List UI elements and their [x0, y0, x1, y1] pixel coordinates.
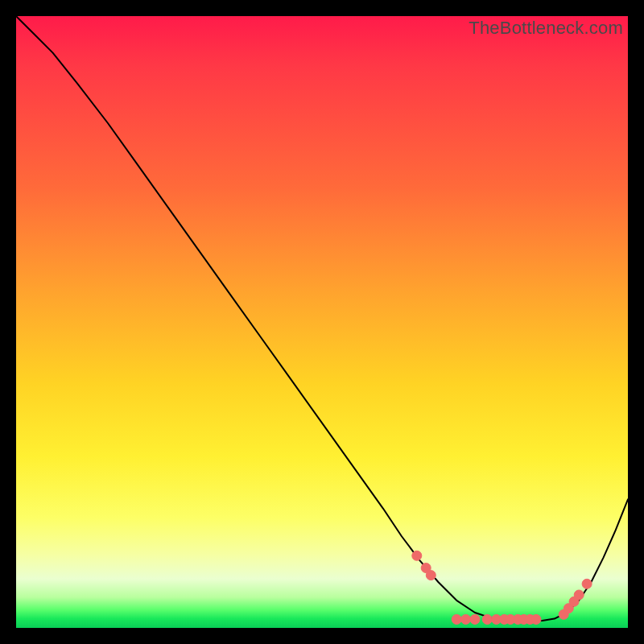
bottleneck-curve [16, 16, 628, 621]
curve-marker [426, 571, 436, 580]
curve-marker [470, 614, 480, 624]
curve-marker [531, 614, 541, 624]
watermark-text: TheBottleneck.com [469, 18, 623, 39]
curve-markers [412, 551, 592, 624]
curve-marker [412, 551, 422, 560]
curve-marker [461, 614, 471, 624]
curve-marker [582, 579, 592, 588]
chart-overlay [16, 16, 628, 628]
chart-frame: TheBottleneck.com [16, 16, 628, 628]
curve-marker [574, 590, 584, 600]
curve-marker [452, 614, 461, 624]
curve-marker [482, 614, 492, 624]
